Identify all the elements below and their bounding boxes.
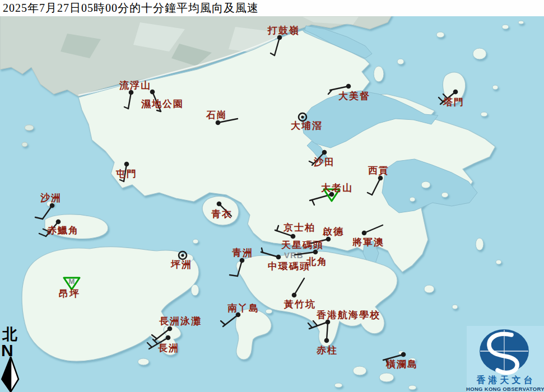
station-dot xyxy=(168,326,173,332)
title-bar: 2025年7月27日05時00分的十分鐘平均風向及風速 xyxy=(0,0,544,16)
station-label: 中環碼頭 xyxy=(268,261,310,272)
station-dot xyxy=(166,335,171,340)
maintenance-m-label: M xyxy=(69,277,75,286)
station-dot xyxy=(453,90,458,95)
map-title: 2025年7月27日05時00分的十分鐘平均風向及風速 xyxy=(0,1,259,16)
station-dot xyxy=(240,258,245,263)
station-label: 北角 xyxy=(306,256,328,267)
station-dot xyxy=(322,150,327,155)
station-dot xyxy=(313,250,318,255)
station-dot xyxy=(401,352,406,357)
logo-name-en: HONG KONG OBSERVATORY xyxy=(466,386,544,392)
hko-logo[interactable]: 香港天文台 HONG KONG OBSERVATORY xyxy=(466,326,544,392)
station-dot xyxy=(276,255,281,260)
station-label: 昂坪 xyxy=(59,288,80,299)
station-dot xyxy=(150,90,155,95)
station-dot xyxy=(291,234,296,239)
station-label: 大老山 xyxy=(321,183,353,193)
station-dot xyxy=(50,203,55,208)
station-label: 青洲 xyxy=(232,248,253,258)
station-label: 沙洲 xyxy=(40,193,62,203)
station-dot xyxy=(292,293,297,298)
station-dot xyxy=(217,202,222,207)
compass-north-cjk: 北 xyxy=(2,326,17,343)
station-label: 塔門 xyxy=(443,97,464,108)
station-label: 屯門 xyxy=(115,169,137,179)
station-label: 長洲泳灘 xyxy=(159,316,202,326)
calm-dot xyxy=(181,254,184,256)
compass-north-letter: N xyxy=(1,341,13,360)
station-label: 天星碼頭 xyxy=(281,240,324,250)
station-label: 大美督 xyxy=(338,90,370,101)
station-dot xyxy=(324,338,329,343)
logo-name-cjk: 香港天文台 xyxy=(476,375,536,385)
station-label: 香港航海學校 xyxy=(316,310,380,320)
calm-dot xyxy=(301,115,304,118)
station-label: 坪洲 xyxy=(170,259,192,270)
station-dot xyxy=(378,176,383,181)
station-label: 青衣 xyxy=(211,209,233,220)
station-label: 濕地公園 xyxy=(141,99,184,109)
station-dot xyxy=(216,120,221,125)
station-label: 流浮山 xyxy=(119,80,151,91)
station-dot xyxy=(362,231,367,236)
station-label: 西貢 xyxy=(368,165,389,176)
station-dot xyxy=(326,237,331,242)
station-label: 將軍澳 xyxy=(352,237,384,248)
wind-map: 打鼓嶺流浮山濕地公園石崗大美督大埔滘塔門沙田西貢屯門沙洲赤鱲角青衣大老山京士柏啟… xyxy=(0,0,544,392)
station-label: 赤柱 xyxy=(316,345,338,356)
vrb-label: VRB xyxy=(284,250,304,260)
station-label: 黃竹坑 xyxy=(283,298,316,310)
station-label: 石崗 xyxy=(206,110,227,120)
station-dot xyxy=(124,162,129,167)
station-label: 打鼓嶺 xyxy=(267,25,300,36)
station-label: 京士柏 xyxy=(283,222,315,233)
station-label: 橫瀾島 xyxy=(385,359,418,370)
station-dot xyxy=(56,220,61,225)
station-label: 大埔滘 xyxy=(291,120,323,131)
station-label: 沙田 xyxy=(313,157,335,167)
station-label: 啟德 xyxy=(322,226,344,237)
wind-map-page: 打鼓嶺流浮山濕地公園石崗大美督大埔滘塔門沙田西貢屯門沙洲赤鱲角青衣大老山京士柏啟… xyxy=(0,0,544,392)
station-label: 赤鱲角 xyxy=(47,225,79,236)
station-dot xyxy=(346,84,351,89)
station-label: 長洲 xyxy=(158,343,179,353)
station-label: 南丫島 xyxy=(227,303,259,314)
